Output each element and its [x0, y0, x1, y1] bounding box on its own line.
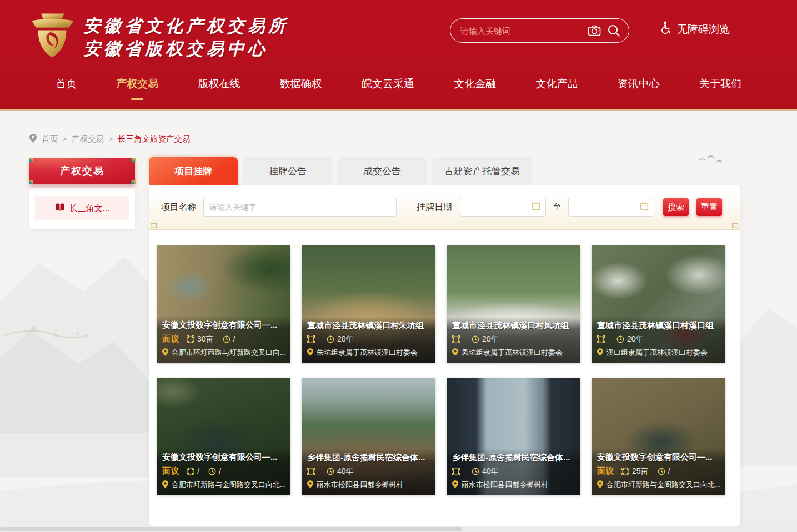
nav-item-about-us[interactable]: 关于我们 — [699, 77, 741, 98]
breadcrumb: 首页 > 产权交易 > 长三角文旅资产交易 — [29, 134, 191, 144]
location-text: 朱坑组隶属于茂林镇溪口村委会 — [317, 348, 418, 358]
main-nav: 首页 产权交易 版权在线 数据确权 皖文云采通 文化金融 文化产品 资讯中心 关… — [56, 77, 741, 98]
tab-listing-announcement[interactable]: 挂牌公告 — [243, 157, 332, 185]
book-icon — [55, 203, 65, 213]
nav-item-home[interactable]: 首页 — [56, 77, 77, 98]
search-icon[interactable] — [606, 23, 621, 38]
property-card[interactable]: 宣城市泾县茂林镇溪口村凤坑组 20年 凤坑组隶属于茂林镇溪口村委会 — [447, 245, 580, 363]
area-icon — [307, 335, 315, 343]
date-to-label: 至 — [553, 202, 562, 213]
end-date-input[interactable] — [568, 198, 654, 217]
project-name-label: 项目名称 — [161, 202, 197, 213]
property-card[interactable]: 安徽文投数字创意有限公司—... 面议 30亩 / 合肥市环圩西路与圩新路交叉口… — [157, 245, 290, 363]
card-location: 朱坑组隶属于茂林镇溪口村委会 — [307, 348, 430, 358]
card-overlay: 乡伴集团-原舍揽树民宿综合体... 40年 丽水市松阳县四都乡榔树村 — [302, 449, 435, 495]
card-meta: 面议 / / — [162, 466, 285, 476]
horizontal-scrollbar[interactable] — [0, 526, 797, 532]
accessibility-label: 无障碍浏览 — [677, 22, 730, 37]
sidebar-title: 产权交易 — [29, 158, 135, 184]
nav-item-property-trade[interactable]: 产权交易 — [116, 77, 158, 98]
card-overlay: 宣城市泾县茂林镇溪口村朱坑组 20年 朱坑组隶属于茂林镇溪口村委会 — [302, 317, 435, 363]
area-icon — [187, 335, 194, 343]
site-header: 安徽省文化产权交易所 安徽省版权交易中心 — [0, 0, 797, 111]
location-pin-icon — [452, 480, 458, 490]
start-date-input[interactable] — [460, 198, 546, 217]
calendar-icon[interactable] — [640, 202, 649, 213]
clock-icon — [472, 468, 479, 475]
sidebar-title-label: 产权交易 — [60, 164, 104, 178]
sidebar-item-yangtze-delta[interactable]: 长三角文... — [35, 196, 129, 220]
card-meta: 面议 30亩 / — [162, 334, 285, 344]
card-location: 丽水市松阳县四都乡榔树村 — [452, 480, 575, 490]
tab-bar: 项目挂牌 挂牌公告 成交公告 古建资产托管交易 — [149, 157, 740, 185]
location-text: 凤坑组隶属于茂林镇溪口村委会 — [462, 348, 563, 358]
header-search — [450, 18, 629, 43]
accessibility-link[interactable]: 无障碍浏览 — [660, 21, 730, 37]
card-overlay: 宣城市泾县茂林镇溪口村凤坑组 20年 凤坑组隶属于茂林镇溪口村委会 — [447, 317, 580, 363]
card-location: 丽水市松阳县四都乡榔树村 — [307, 480, 430, 490]
breadcrumb-property-trade[interactable]: 产权交易 — [72, 134, 104, 144]
content-panel: 项目名称 挂牌日期 至 搜索 — [149, 185, 740, 526]
card-title: 宣城市泾县茂林镇溪口村朱坑组 — [307, 320, 430, 331]
duration-value: 40年 — [337, 466, 354, 476]
nav-item-cloud-procurement[interactable]: 皖文云采通 — [362, 77, 414, 98]
location-pin-icon — [162, 348, 168, 358]
location-pin-icon — [29, 134, 37, 144]
property-card[interactable]: 宣城市泾县茂林镇溪口村溪口组 20年 溪口组隶属于茂林镇溪口村委会 — [592, 245, 725, 363]
duration-value: / — [233, 335, 235, 344]
nav-item-culture-finance[interactable]: 文化金融 — [454, 77, 496, 98]
breadcrumb-home[interactable]: 首页 — [42, 134, 58, 144]
project-name-input[interactable] — [203, 198, 397, 217]
search-button[interactable]: 搜索 — [663, 198, 689, 216]
card-overlay: 安徽文投数字创意有限公司—... 面议 25亩 / 合肥市圩新路与金阁路交叉口向… — [592, 448, 725, 495]
location-text: 合肥市环圩西路与圩新路交叉口向... — [172, 348, 285, 358]
card-overlay: 安徽文投数字创意有限公司—... 面议 30亩 / 合肥市环圩西路与圩新路交叉口… — [157, 316, 290, 363]
corner-ornament — [29, 180, 33, 184]
wheelchair-icon — [660, 21, 672, 37]
filter-corner-ornament — [732, 223, 738, 228]
location-pin-icon — [452, 348, 458, 358]
card-meta: 20年 — [307, 334, 430, 344]
card-meta: 40年 — [452, 466, 575, 476]
card-location: 凤坑组隶属于茂林镇溪口村委会 — [452, 348, 575, 358]
card-title: 安徽文投数字创意有限公司—... — [162, 452, 285, 463]
sidebar: 产权交易 长三角文... — [29, 158, 135, 229]
nav-item-culture-products[interactable]: 文化产品 — [536, 77, 578, 98]
area-icon — [597, 335, 605, 343]
tab-project-listing[interactable]: 项目挂牌 — [149, 157, 238, 185]
card-meta: 20年 — [452, 334, 575, 344]
location-pin-icon — [162, 480, 168, 490]
header-search-input[interactable] — [460, 26, 582, 36]
area-icon — [452, 335, 460, 343]
card-overlay: 宣城市泾县茂林镇溪口村溪口组 20年 溪口组隶属于茂林镇溪口村委会 — [592, 317, 725, 363]
site-title-line1: 安徽省文化产权交易所 — [83, 14, 289, 37]
clock-icon — [208, 468, 216, 475]
clock-icon — [472, 335, 479, 343]
breadcrumb-separator: > — [109, 135, 113, 143]
card-meta: 40年 — [307, 466, 430, 476]
tab-transaction-announcement[interactable]: 成交公告 — [338, 157, 427, 185]
site-title: 安徽省文化产权交易所 安徽省版权交易中心 — [83, 14, 289, 60]
filter-bar: 项目名称 挂牌日期 至 搜索 — [149, 185, 740, 230]
property-card[interactable]: 安徽文投数字创意有限公司—... 面议 / / 合肥市圩新路与金阁路交叉口向北.… — [157, 378, 290, 495]
property-card[interactable]: 宣城市泾县茂林镇溪口村朱坑组 20年 朱坑组隶属于茂林镇溪口村委会 — [302, 245, 435, 363]
site-title-line2: 安徽省版权交易中心 — [83, 37, 289, 60]
tab-ancient-building-custody[interactable]: 古建资产托管交易 — [432, 157, 532, 185]
nav-item-copyright-online[interactable]: 版权在线 — [198, 77, 240, 98]
nav-item-data-rights[interactable]: 数据确权 — [280, 77, 322, 98]
location-text: 丽水市松阳县四都乡榔树村 — [462, 480, 548, 490]
site-logo[interactable] — [26, 9, 78, 60]
property-card[interactable]: 安徽文投数字创意有限公司—... 面议 25亩 / 合肥市圩新路与金阁路交叉口向… — [592, 378, 725, 495]
nav-item-news-center[interactable]: 资讯中心 — [618, 77, 660, 98]
property-card[interactable]: 乡伴集团-原舍揽树民宿综合体... 40年 丽水市松阳县四都乡榔树村 — [447, 378, 580, 495]
reset-button[interactable]: 重置 — [696, 198, 722, 216]
card-overlay: 安徽文投数字创意有限公司—... 面议 / / 合肥市圩新路与金阁路交叉口向北.… — [157, 448, 290, 495]
location-pin-icon — [307, 348, 313, 358]
camera-icon[interactable] — [588, 25, 601, 36]
scrollbar-thumb[interactable] — [0, 527, 462, 531]
calendar-icon[interactable] — [532, 202, 540, 213]
card-location: 合肥市圩新路与金阁路交叉口向北... — [597, 480, 720, 490]
card-location: 合肥市圩新路与金阁路交叉口向北... — [162, 480, 285, 490]
property-card[interactable]: 乡伴集团-原舍揽树民宿综合体... 40年 丽水市松阳县四都乡榔树村 — [302, 378, 435, 495]
card-location: 溪口组隶属于茂林镇溪口村委会 — [597, 348, 720, 358]
